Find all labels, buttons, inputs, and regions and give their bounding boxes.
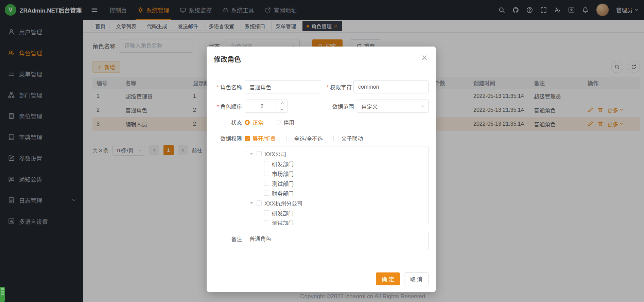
tree-checkbox[interactable] <box>264 181 269 186</box>
remark-textarea[interactable]: 普通角色 <box>245 232 429 250</box>
tree-node-child[interactable]: 研发部门 <box>245 208 428 218</box>
chevron-down-icon <box>280 108 284 111</box>
checkbox-box <box>333 136 338 141</box>
tree-node-label: XXX杭州分公司 <box>264 199 302 207</box>
checkbox-label: 展开/折叠 <box>253 134 276 142</box>
checkbox-box <box>286 136 291 141</box>
tree-node-label: 市场部门 <box>272 170 294 178</box>
chevron-down-icon <box>420 104 425 108</box>
perm-char-input[interactable] <box>353 80 429 93</box>
tree-node-label: XXX公司 <box>264 150 286 158</box>
tree-checkbox[interactable] <box>264 210 269 215</box>
tree-node-parent[interactable]: XXX公司 <box>245 149 428 159</box>
chevron-up-icon <box>280 101 284 105</box>
tree-expand-icon[interactable] <box>250 153 253 155</box>
expand-collapse-checkbox[interactable]: 展开/折叠 <box>245 134 276 142</box>
tree-checkbox[interactable] <box>257 200 262 206</box>
increment-button[interactable] <box>277 100 288 106</box>
dialog-body: 角色名称 权限字符 角色顺序 数据范围 自定义 状态 <box>207 80 436 250</box>
role-name-input[interactable] <box>245 80 321 93</box>
checkbox-label: 全选/全不选 <box>294 134 323 142</box>
tree-expand-icon[interactable] <box>250 202 253 204</box>
tree-checkbox[interactable] <box>264 220 269 225</box>
data-permission-label: 数据权限 <box>214 134 245 142</box>
form-row: 状态 正常 停用 <box>214 119 429 126</box>
cancel-button[interactable]: 取 消 <box>404 272 429 285</box>
tree-node-child[interactable]: 测试部门 <box>245 218 428 225</box>
stepper-controls <box>277 100 288 112</box>
checkbox-label: 父子联动 <box>341 134 363 142</box>
permission-tree: XXX公司 研发部门 市场部门 测试部门 财务部门 XXX杭州分公司 <box>245 146 429 225</box>
remark-label: 备注 <box>214 232 245 243</box>
widget-bar <box>1 294 4 295</box>
floating-widget[interactable] <box>0 287 5 302</box>
form-row: 角色顺序 数据范围 自定义 <box>214 100 429 113</box>
tree-node-parent[interactable]: XXX杭州分公司 <box>245 198 428 208</box>
tree-checkbox[interactable] <box>264 161 269 166</box>
decrement-button[interactable] <box>277 106 288 112</box>
tree-node-label: 研发部门 <box>272 160 294 168</box>
status-label: 状态 <box>214 118 245 126</box>
tree-checkbox[interactable] <box>264 191 269 196</box>
radio-label: 停用 <box>283 118 294 126</box>
role-order-input[interactable] <box>245 100 279 112</box>
radio-dot <box>245 120 250 125</box>
edit-role-dialog: 修改角色 角色名称 权限字符 角色顺序 数据范围 自定义 <box>207 47 436 292</box>
parent-child-link-checkbox[interactable]: 父子联动 <box>333 134 363 142</box>
confirm-button[interactable]: 确 定 <box>376 272 400 285</box>
select-all-checkbox[interactable]: 全选/全不选 <box>286 134 323 142</box>
form-row: 备注 普通角色 <box>214 232 429 250</box>
dialog-close-icon[interactable] <box>421 55 428 61</box>
form-row: 数据权限 展开/折叠 全选/全不选 父子联动 <box>214 135 429 142</box>
checkbox-box <box>245 136 250 141</box>
tree-node-child[interactable]: 测试部门 <box>245 178 428 188</box>
data-scope-select[interactable]: 自定义 <box>357 100 429 113</box>
widget-bar <box>1 288 4 290</box>
tree-node-child[interactable]: 研发部门 <box>245 159 428 168</box>
widget-bar <box>1 291 4 292</box>
tree-checkbox[interactable] <box>257 151 262 156</box>
perm-char-label: 权限字符 <box>327 83 353 91</box>
dialog-footer: 确 定 取 消 <box>207 272 436 285</box>
role-order-stepper <box>245 100 288 113</box>
tree-node-child[interactable]: 市场部门 <box>245 168 428 178</box>
tree-node-label: 测试部门 <box>272 219 294 226</box>
status-normal-radio[interactable]: 正常 <box>245 118 263 126</box>
tree-checkbox[interactable] <box>264 171 269 176</box>
status-disabled-radio[interactable]: 停用 <box>276 118 294 126</box>
form-row: 角色名称 权限字符 <box>214 80 429 93</box>
tree-node-label: 测试部门 <box>272 179 294 188</box>
data-scope-value: 自定义 <box>362 102 378 110</box>
role-order-label: 角色顺序 <box>214 102 245 110</box>
radio-label: 正常 <box>253 118 263 126</box>
dialog-title: 修改角色 <box>207 54 436 64</box>
tree-node-child[interactable]: 财务部门 <box>245 188 428 198</box>
tree-node-label: 研发部门 <box>272 209 294 217</box>
radio-dot <box>276 120 281 125</box>
tree-node-label: 财务部门 <box>272 189 294 197</box>
role-name-label: 角色名称 <box>214 83 245 91</box>
data-scope-label: 数据范围 <box>330 102 357 110</box>
